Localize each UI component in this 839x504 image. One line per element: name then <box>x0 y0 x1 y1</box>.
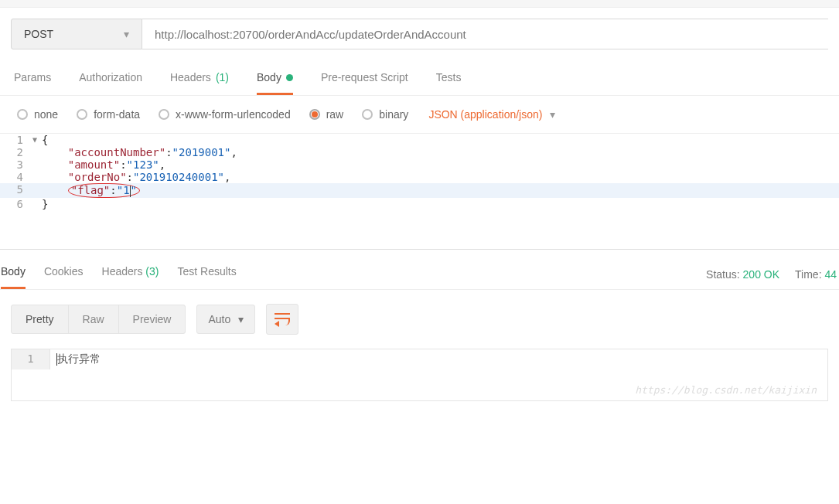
chevron-down-icon: ▾ <box>238 313 244 325</box>
response-body[interactable]: 1 执行异常 https://blog.csdn.net/kaijixin <box>11 349 828 401</box>
radio-checked-icon <box>309 109 320 120</box>
chevron-down-icon: ▾ <box>550 108 555 121</box>
body-active-dot-icon <box>286 74 293 81</box>
response-meta: Status: 200 OK Time: 44 <box>706 268 838 281</box>
resp-tab-cookies[interactable]: Cookies <box>44 261 84 289</box>
resp-headers-count: (3) <box>145 265 159 278</box>
radio-icon <box>77 109 87 120</box>
response-text: 执行异常 <box>57 352 101 365</box>
wrap-lines-button[interactable] <box>266 304 298 335</box>
resp-tab-test-results[interactable]: Test Results <box>177 261 236 289</box>
tab-tests[interactable]: Tests <box>436 65 462 95</box>
resp-tab-headers[interactable]: Headers (3) <box>102 261 159 289</box>
response-tabs: Body Cookies Headers (3) Test Results St… <box>0 250 839 290</box>
tab-prerequest[interactable]: Pre-request Script <box>321 65 408 95</box>
tab-body[interactable]: Body <box>257 65 293 95</box>
request-body-editor[interactable]: 1▼{ 2 "accountNumber":"2019001", 3 "amou… <box>0 133 839 210</box>
radio-icon <box>362 109 373 120</box>
content-type-select[interactable]: JSON (application/json) ▾ <box>428 108 555 121</box>
fold-icon[interactable]: ▼ <box>32 135 37 144</box>
view-raw-button[interactable]: Raw <box>69 305 119 333</box>
radio-form-data[interactable]: form-data <box>77 108 140 121</box>
radio-binary[interactable]: binary <box>362 108 408 121</box>
http-method-value: POST <box>24 28 53 40</box>
tab-authorization[interactable]: Authorization <box>79 65 142 95</box>
radio-raw[interactable]: raw <box>309 108 344 121</box>
watermark: https://blog.csdn.net/kaijixin <box>635 384 817 396</box>
wrap-icon <box>275 313 290 325</box>
url-input[interactable] <box>142 19 828 49</box>
radio-none[interactable]: none <box>17 108 58 121</box>
radio-urlencoded[interactable]: x-www-form-urlencoded <box>159 108 291 121</box>
resp-tab-body[interactable]: Body <box>1 261 26 289</box>
request-tabs: Params Authorization Headers (1) Body Pr… <box>0 60 839 96</box>
view-pretty-button[interactable]: Pretty <box>12 305 69 333</box>
view-preview-button[interactable]: Preview <box>119 305 186 333</box>
http-method-select[interactable]: POST ▾ <box>11 19 142 49</box>
chevron-down-icon: ▾ <box>124 28 129 40</box>
highlight-circle-annotation: "flag":"1" <box>68 183 140 198</box>
headers-count: (1) <box>216 71 229 83</box>
tab-headers[interactable]: Headers (1) <box>170 65 229 95</box>
body-type-options: none form-data x-www-form-urlencoded raw… <box>0 96 839 133</box>
response-format-select[interactable]: Auto ▾ <box>196 305 255 334</box>
tab-params[interactable]: Params <box>14 65 51 95</box>
radio-icon <box>17 109 28 120</box>
response-line-number: 1 <box>12 349 50 369</box>
radio-icon <box>159 109 169 120</box>
content-type-value: JSON (application/json) <box>428 108 542 121</box>
status-value: 200 OK <box>743 268 779 281</box>
time-value: 44 <box>824 268 837 281</box>
response-view-mode: Pretty Raw Preview <box>11 305 186 334</box>
